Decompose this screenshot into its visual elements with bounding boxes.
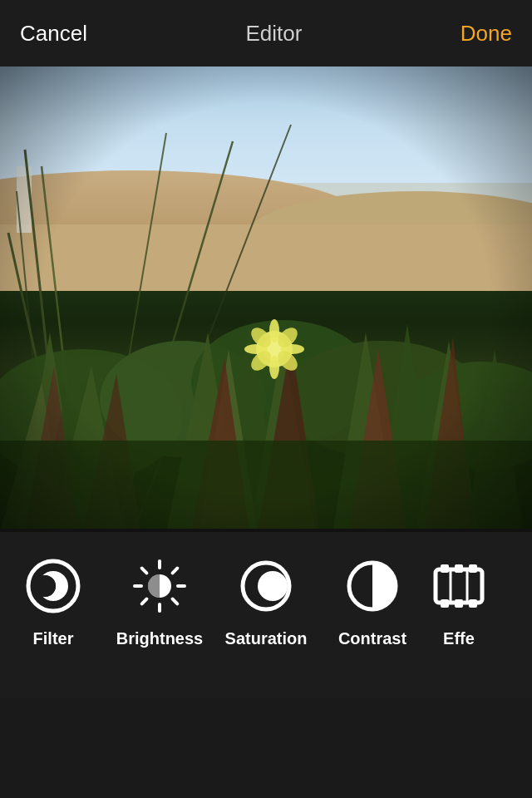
editing-toolbar: Filter Brightness [0,532,532,698]
filter-icon [20,553,86,619]
filter-label: Filter [33,629,74,648]
bottom-area [0,698,532,798]
photo-canvas [0,66,532,532]
editor-title: Editor [245,21,302,47]
svg-rect-48 [0,66,532,532]
svg-rect-68 [469,564,477,573]
contrast-label: Contrast [338,629,406,648]
svg-rect-66 [441,564,449,573]
svg-rect-70 [455,599,463,608]
svg-rect-67 [455,564,463,573]
done-button[interactable]: Done [461,21,512,47]
svg-line-60 [173,569,178,574]
effects-icon [426,553,492,619]
saturation-icon [233,553,299,619]
cancel-button[interactable]: Cancel [20,21,87,47]
svg-rect-65 [436,569,482,603]
effects-tool[interactable]: Effe [426,549,492,648]
photo-preview [0,66,532,532]
svg-point-52 [34,575,56,597]
contrast-icon [339,553,406,619]
saturation-label: Saturation [225,629,308,648]
svg-rect-69 [441,599,449,608]
top-navigation-bar: Cancel Editor Done [0,0,532,66]
brightness-tool[interactable]: Brightness [106,549,213,648]
svg-line-61 [142,599,147,604]
saturation-tool[interactable]: Saturation [213,549,319,648]
svg-rect-71 [469,599,477,608]
svg-line-58 [142,569,147,574]
contrast-tool[interactable]: Contrast [319,549,426,648]
filter-tool[interactable]: Filter [0,549,106,648]
brightness-label: Brightness [116,629,203,648]
svg-point-63 [258,571,288,601]
brightness-icon [126,553,193,619]
svg-line-59 [173,599,178,604]
effects-label: Effe [443,629,475,648]
